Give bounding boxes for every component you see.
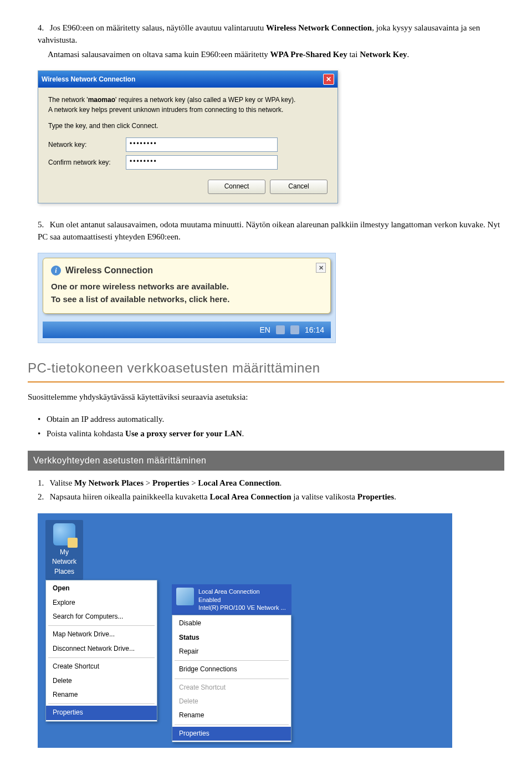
menu-item-search[interactable]: Search for Computers...: [46, 610, 157, 624]
dialog-text: The network 'maomao' requires a network …: [48, 95, 328, 115]
menu-item-rename[interactable]: Rename: [172, 708, 291, 722]
globe-icon: [53, 523, 75, 545]
context-menu-network-places: Open Explore Search for Computers... Map…: [45, 580, 157, 722]
connect-button[interactable]: Connect: [208, 180, 265, 193]
menu-item-properties[interactable]: Properties: [46, 706, 157, 720]
step4-number: 4.: [38, 22, 48, 34]
wireless-connection-dialog: Wireless Network Connection ✕ The networ…: [38, 70, 338, 203]
language-indicator[interactable]: EN: [260, 324, 270, 335]
menu-item-bridge[interactable]: Bridge Connections: [172, 662, 291, 676]
wireless-balloon-screenshot: ✕ iWireless Connection One or more wirel…: [38, 253, 504, 343]
step-5: 5. Kun olet antanut salausavaimen, odota…: [28, 219, 504, 243]
connection-icon: [176, 588, 194, 605]
icon-label: My Network Places: [48, 548, 81, 577]
dialog-titlebar[interactable]: Wireless Network Connection ✕: [38, 71, 337, 88]
dialog-text: Type the key, and then click Connect.: [48, 121, 328, 131]
dialog-title: Wireless Network Connection: [42, 75, 135, 84]
local-area-connection-tile[interactable]: Local Area Connection Enabled Intel(R) P…: [172, 584, 291, 615]
step-4: 4. Jos E960:een on määritetty salaus, nä…: [28, 22, 504, 60]
network-key-input[interactable]: ••••••••: [126, 137, 278, 152]
section-pc-network-settings: PC-tietokoneen verkkoasetusten määrittäm…: [28, 359, 504, 382]
menu-item-repair[interactable]: Repair: [172, 645, 291, 659]
step5-text: Kun olet antanut salausavaimen, odota mu…: [38, 220, 500, 241]
wireless-balloon-tooltip[interactable]: ✕ iWireless Connection One or more wirel…: [43, 258, 331, 314]
substep1-number: 1.: [38, 477, 48, 489]
cancel-button[interactable]: Cancel: [270, 180, 328, 193]
confirm-key-input[interactable]: ••••••••: [126, 155, 278, 170]
tray-icon[interactable]: [290, 325, 299, 334]
connection-adapter: Intel(R) PRO/100 VE Network ...: [198, 604, 286, 611]
section-intro: Suosittelemme yhdyskäytävässä käytettävi…: [28, 391, 504, 404]
confirm-key-label: Confirm network key:: [48, 158, 126, 167]
tray-icon[interactable]: [276, 325, 285, 334]
txt: .: [407, 50, 410, 59]
context-menu-connection: Disable Status Repair Bridge Connections…: [172, 615, 291, 742]
substep2-number: 2.: [38, 491, 48, 503]
menu-item-rename[interactable]: Rename: [46, 688, 157, 702]
close-icon[interactable]: ✕: [323, 74, 334, 85]
txt: Jos E960:een on määritetty salaus, näytö…: [50, 23, 266, 32]
menu-item-disconnect-drive[interactable]: Disconnect Network Drive...: [46, 642, 157, 656]
menu-item-delete[interactable]: Delete: [172, 695, 291, 708]
balloon-title: Wireless Connection: [65, 264, 153, 277]
connection-status: Enabled: [198, 596, 286, 604]
wireless-dialog-screenshot: Wireless Network Connection ✕ The networ…: [38, 70, 504, 203]
txt: tai: [347, 50, 360, 59]
menu-item-explore[interactable]: Explore: [46, 596, 157, 610]
subsection-connection-settings: Verkkoyhteyden asetusten määrittäminen: [28, 451, 504, 470]
bullet-item: Obtain an IP address automatically.: [47, 414, 504, 426]
substeps: 1. Valitse My Network Places > Propertie…: [28, 477, 504, 504]
settings-bullets: Obtain an IP address automatically. Pois…: [47, 414, 504, 440]
txt: Wireless Network Connection: [266, 23, 372, 32]
close-icon[interactable]: ✕: [316, 263, 326, 273]
menu-item-delete[interactable]: Delete: [46, 674, 157, 688]
network-key-label: Network key:: [48, 140, 126, 150]
menu-item-status[interactable]: Status: [172, 631, 291, 645]
menu-item-create-shortcut[interactable]: Create Shortcut: [46, 660, 157, 674]
balloon-line1: One or more wireless networks are availa…: [51, 280, 323, 293]
step5-number: 5.: [38, 219, 48, 231]
menu-item-properties[interactable]: Properties: [172, 727, 291, 741]
txt: Antamasi salausavaimen on oltava sama ku…: [48, 50, 270, 59]
menu-item-create-shortcut[interactable]: Create Shortcut: [172, 681, 291, 695]
txt: WPA Pre-Shared Key: [270, 50, 347, 59]
connection-title: Local Area Connection: [198, 588, 286, 595]
menu-item-map-drive[interactable]: Map Network Drive...: [46, 628, 157, 641]
info-icon: i: [51, 266, 61, 276]
txt: Network Key: [360, 50, 407, 59]
balloon-line2: To see a list of available networks, cli…: [51, 293, 323, 306]
menu-item-open[interactable]: Open: [46, 582, 157, 595]
my-network-places-icon[interactable]: My Network Places: [45, 520, 83, 580]
taskbar: EN 16:14: [43, 322, 331, 338]
context-menu-screenshot: My Network Places Open Explore Search fo…: [38, 513, 504, 748]
bullet-item: Poista valinta kohdasta Use a proxy serv…: [47, 428, 504, 440]
menu-item-disable[interactable]: Disable: [172, 616, 291, 630]
clock: 16:14: [305, 324, 324, 335]
